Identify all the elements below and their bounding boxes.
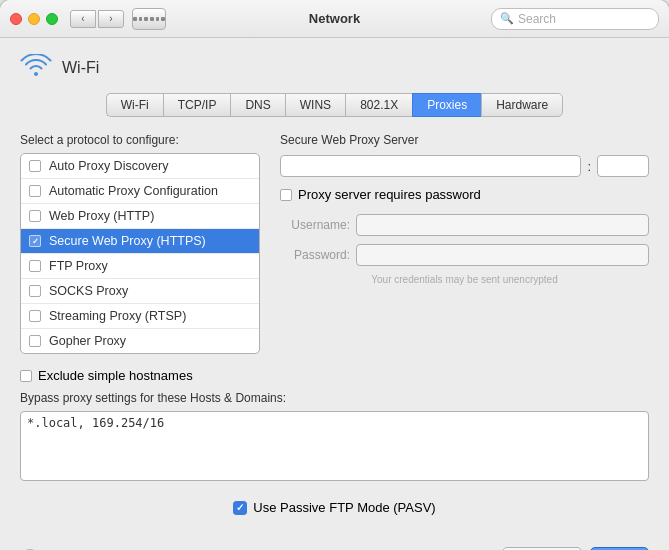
list-item-secure-web-proxy[interactable]: Secure Web Proxy (HTTPS) [21, 229, 259, 254]
back-button[interactable]: ‹ [70, 10, 96, 28]
socks-proxy-label: SOCKS Proxy [49, 284, 128, 298]
window-title: Network [309, 11, 360, 26]
content-area: Wi-Fi Wi-Fi TCP/IP DNS WINS 802.1X Proxi… [0, 38, 669, 537]
tab-wifi[interactable]: Wi-Fi [106, 93, 163, 117]
passive-ftp-checkbox[interactable] [233, 501, 247, 515]
tab-hardware[interactable]: Hardware [481, 93, 563, 117]
ftp-proxy-label: FTP Proxy [49, 259, 108, 273]
main-panel: Select a protocol to configure: Auto Pro… [20, 133, 649, 354]
list-item-ftp-proxy[interactable]: FTP Proxy [21, 254, 259, 279]
bypass-label: Bypass proxy settings for these Hosts & … [20, 391, 649, 405]
footer: ? Cancel OK [0, 537, 669, 550]
bypass-textarea[interactable] [20, 411, 649, 481]
auto-proxy-checkbox[interactable] [29, 160, 41, 172]
wifi-label: Wi-Fi [62, 59, 99, 77]
list-item-web-proxy[interactable]: Web Proxy (HTTP) [21, 204, 259, 229]
titlebar: ‹ › Network 🔍 Search [0, 0, 669, 38]
tab-proxies[interactable]: Proxies [412, 93, 481, 117]
right-panel: Secure Web Proxy Server : Proxy server r… [280, 133, 649, 354]
search-input[interactable]: Search [518, 12, 556, 26]
secure-web-proxy-label: Secure Web Proxy (HTTPS) [49, 234, 206, 248]
wifi-header: Wi-Fi [20, 54, 649, 81]
search-box[interactable]: 🔍 Search [491, 8, 659, 30]
bottom-section: Exclude simple hostnames Bypass proxy se… [20, 368, 649, 521]
streaming-proxy-checkbox[interactable] [29, 310, 41, 322]
colon-separator: : [587, 159, 591, 174]
tabs: Wi-Fi TCP/IP DNS WINS 802.1X Proxies Har… [20, 93, 649, 117]
password-row: Password: [280, 244, 649, 266]
password-input[interactable] [356, 244, 649, 266]
server-row: : [280, 155, 649, 177]
passive-ftp-row: Use Passive FTP Mode (PASV) [20, 494, 649, 521]
credentials-hint: Your credentials may be sent unencrypted [280, 274, 649, 285]
protocol-section: Select a protocol to configure: Auto Pro… [20, 133, 260, 354]
exclude-hostnames-checkbox[interactable] [20, 370, 32, 382]
gopher-proxy-label: Gopher Proxy [49, 334, 126, 348]
close-button[interactable] [10, 13, 22, 25]
wifi-icon [20, 54, 52, 81]
auto-proxy-config-label: Automatic Proxy Configuration [49, 184, 218, 198]
right-panel-title: Secure Web Proxy Server [280, 133, 649, 147]
username-row: Username: [280, 214, 649, 236]
list-item-socks-proxy[interactable]: SOCKS Proxy [21, 279, 259, 304]
tab-8021x[interactable]: 802.1X [345, 93, 412, 117]
requires-password-row: Proxy server requires password [280, 187, 649, 202]
list-item-auto-proxy[interactable]: Auto Proxy Discovery [21, 154, 259, 179]
search-icon: 🔍 [500, 12, 514, 25]
tab-wins[interactable]: WINS [285, 93, 345, 117]
exclude-row: Exclude simple hostnames [20, 368, 649, 383]
nav-buttons: ‹ › [70, 10, 124, 28]
web-proxy-label: Web Proxy (HTTP) [49, 209, 154, 223]
tab-tcpip[interactable]: TCP/IP [163, 93, 231, 117]
list-item-auto-proxy-config[interactable]: Automatic Proxy Configuration [21, 179, 259, 204]
socks-proxy-checkbox[interactable] [29, 285, 41, 297]
minimize-button[interactable] [28, 13, 40, 25]
list-item-streaming-proxy[interactable]: Streaming Proxy (RTSP) [21, 304, 259, 329]
forward-button[interactable]: › [98, 10, 124, 28]
web-proxy-checkbox[interactable] [29, 210, 41, 222]
gopher-proxy-checkbox[interactable] [29, 335, 41, 347]
ftp-proxy-checkbox[interactable] [29, 260, 41, 272]
secure-web-proxy-checkbox[interactable] [29, 235, 41, 247]
auto-proxy-config-checkbox[interactable] [29, 185, 41, 197]
tab-dns[interactable]: DNS [230, 93, 284, 117]
toolbar-apps-button[interactable] [132, 8, 166, 30]
requires-password-checkbox[interactable] [280, 189, 292, 201]
protocol-list: Auto Proxy Discovery Automatic Proxy Con… [20, 153, 260, 354]
passive-ftp-label: Use Passive FTP Mode (PASV) [253, 500, 435, 515]
username-label: Username: [280, 218, 350, 232]
traffic-lights [10, 13, 58, 25]
streaming-proxy-label: Streaming Proxy (RTSP) [49, 309, 186, 323]
exclude-hostnames-label: Exclude simple hostnames [38, 368, 193, 383]
password-label: Password: [280, 248, 350, 262]
window: ‹ › Network 🔍 Search [0, 0, 669, 550]
list-item-gopher-proxy[interactable]: Gopher Proxy [21, 329, 259, 353]
server-address-input[interactable] [280, 155, 581, 177]
username-input[interactable] [356, 214, 649, 236]
maximize-button[interactable] [46, 13, 58, 25]
protocol-section-label: Select a protocol to configure: [20, 133, 260, 147]
auto-proxy-label: Auto Proxy Discovery [49, 159, 168, 173]
port-input[interactable] [597, 155, 649, 177]
requires-password-label: Proxy server requires password [298, 187, 481, 202]
